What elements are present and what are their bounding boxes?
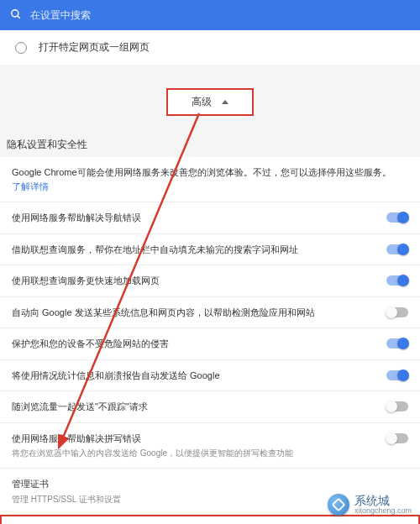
row-label: 保护您和您的设备不受危险网站的侵害: [12, 337, 378, 351]
advanced-section: 高级: [0, 65, 420, 131]
svg-line-1: [18, 15, 20, 18]
toggle-switch[interactable]: [386, 338, 408, 348]
row-label: 随浏览流量一起发送"不跟踪"请求: [12, 400, 378, 414]
watermark-logo-icon: [328, 494, 349, 516]
toggle-switch[interactable]: [386, 370, 408, 380]
row-label: 自动向 Google 发送某些系统信息和网页内容，以帮助检测危险应用和网站: [12, 306, 378, 320]
toggle-switch[interactable]: [386, 307, 408, 317]
startup-option-specific-pages[interactable]: 打开特定网页或一组网页: [0, 30, 420, 65]
row-label: 使用网络服务帮助解决拼写错误: [12, 432, 378, 446]
privacy-row[interactable]: 将使用情况统计信息和崩溃报告自动发送给 Google: [0, 360, 420, 392]
privacy-row[interactable]: 使用联想查询服务更快速地加载网页: [0, 265, 420, 297]
toggle-switch[interactable]: [386, 433, 408, 443]
privacy-section-title: 隐私设置和安全性: [0, 131, 420, 157]
toggle-switch[interactable]: [386, 244, 408, 254]
learn-more-link[interactable]: 了解详情: [12, 181, 49, 191]
startup-panel: 打开特定网页或一组网页: [0, 30, 420, 65]
row-label: 使用网络服务帮助解决导航错误: [12, 211, 378, 225]
radio-unchecked-icon: [15, 42, 27, 54]
search-bar: [0, 0, 420, 30]
privacy-row[interactable]: 使用网络服务帮助解决导航错误: [0, 202, 420, 234]
row-label: 使用联想查询服务更快速地加载网页: [12, 274, 378, 288]
startup-option-label: 打开特定网页或一组网页: [39, 40, 150, 55]
chevron-up-icon: [222, 100, 228, 104]
search-icon: [10, 8, 22, 23]
toggle-switch[interactable]: [386, 401, 408, 411]
advanced-label: 高级: [192, 95, 212, 109]
privacy-list: Google Chrome可能会使用网络服务来改善您的浏览体验。不过，您可以选择…: [0, 157, 420, 524]
watermark: 系统城 xitongcheng.com: [328, 494, 412, 516]
row-label: 管理证书: [12, 477, 400, 491]
advanced-toggle-button[interactable]: 高级: [166, 88, 254, 116]
row-label: 将使用情况统计信息和崩溃报告自动发送给 Google: [12, 369, 378, 383]
toggle-switch[interactable]: [386, 275, 408, 286]
privacy-row[interactable]: 使用网络服务帮助解决拼写错误将您在浏览器中输入的内容发送给 Google，以便提…: [0, 423, 420, 469]
row-desc: 将您在浏览器中输入的内容发送给 Google，以便提供更智能的拼写检查功能: [12, 447, 378, 459]
search-input[interactable]: [30, 9, 410, 21]
privacy-intro-row: Google Chrome可能会使用网络服务来改善您的浏览体验。不过，您可以选择…: [0, 157, 420, 202]
privacy-row[interactable]: 内容设置控制网站可使用的信息以及可向您显示的内容: [0, 515, 420, 525]
privacy-row[interactable]: 保护您和您的设备不受危险网站的侵害: [0, 328, 420, 360]
row-label: 借助联想查询服务，帮你在地址栏中自动填充未输完的搜索字词和网址: [12, 243, 378, 257]
watermark-url: xitongcheng.com: [354, 506, 412, 515]
privacy-row[interactable]: 借助联想查询服务，帮你在地址栏中自动填充未输完的搜索字词和网址: [0, 234, 420, 266]
privacy-row[interactable]: 自动向 Google 发送某些系统信息和网页内容，以帮助检测危险应用和网站: [0, 297, 420, 329]
svg-point-0: [12, 9, 18, 16]
intro-text: Google Chrome可能会使用网络服务来改善您的浏览体验。不过，您可以选择…: [12, 167, 391, 177]
privacy-row[interactable]: 随浏览流量一起发送"不跟踪"请求: [0, 391, 420, 423]
toggle-switch[interactable]: [386, 212, 408, 223]
watermark-brand: 系统城: [354, 495, 412, 506]
